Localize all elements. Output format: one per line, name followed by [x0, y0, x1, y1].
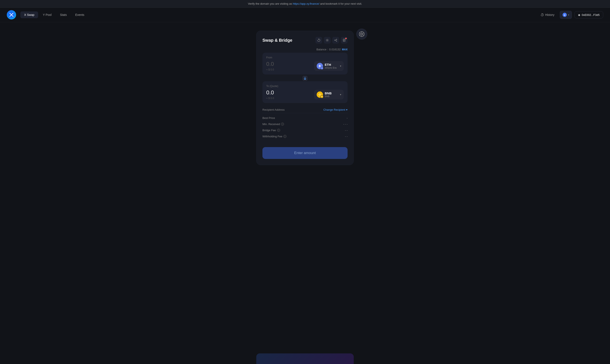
card-header: Swap & Bridge — [262, 37, 348, 44]
svg-marker-15 — [320, 65, 321, 66]
best-price-value: - — [347, 117, 348, 119]
steering-wheel-button[interactable] — [356, 28, 367, 39]
to-token-selector[interactable]: B BNB BNB ▾ — [314, 90, 344, 100]
to-token-box: To (Quote) 0.0 ≈ $ 0.0 — [262, 81, 348, 103]
withholding-fee-row: Withholding Fee ⓘ - - — [262, 133, 348, 140]
to-label: To (Quote) — [266, 85, 344, 88]
chain-chevron: ▾ — [568, 14, 569, 16]
bridge-fee-label: Bridge Fee ⓘ — [262, 129, 280, 132]
refresh-button[interactable] — [315, 37, 322, 44]
swap-direction-button[interactable] — [302, 75, 308, 81]
from-token-selector[interactable]: ⬡ ETH zkSync Era ▾ — [314, 61, 344, 71]
to-token-name: BNB — [325, 91, 338, 95]
chain-icon: ◈ — [563, 13, 567, 17]
svg-point-8 — [335, 40, 335, 41]
eth-icon: ⬡ — [317, 63, 323, 69]
from-token-row: 0.0 ≈ $ 0.0 ⬡ — [266, 61, 344, 71]
notification-dot — [345, 38, 347, 39]
from-label: From — [266, 56, 344, 59]
share-button[interactable] — [332, 37, 339, 44]
to-token-row: 0.0 ≈ $ 0.0 B — [266, 89, 344, 100]
svg-line-9 — [335, 39, 336, 40]
svg-point-7 — [336, 41, 337, 41]
bnb-icon: B — [317, 91, 323, 98]
history-card-button[interactable] — [341, 37, 348, 44]
from-token-info: ETH zkSync Era — [325, 63, 338, 69]
svg-line-10 — [335, 40, 336, 41]
history-label: History — [545, 13, 555, 16]
min-received-value: - - - — [343, 123, 348, 126]
from-amount-section: 0.0 ≈ $ 0.0 — [266, 61, 274, 71]
history-button[interactable]: History — [538, 12, 557, 18]
swap-arrow-container — [262, 75, 348, 81]
to-token-info: BNB BNB — [325, 91, 338, 98]
to-token-chevron: ▾ — [340, 93, 341, 96]
bridge-fee-info-icon[interactable]: ⓘ — [277, 129, 280, 132]
nav-ypool[interactable]: Y Pool — [39, 12, 55, 18]
change-recipient-chevron: ▾ — [346, 108, 348, 111]
svg-marker-18 — [319, 66, 320, 67]
svg-line-24 — [360, 33, 361, 34]
withholding-fee-value: - - — [345, 135, 348, 138]
svg-line-25 — [363, 35, 364, 36]
from-token-chevron: ▾ — [340, 65, 341, 67]
settings-button[interactable] — [324, 37, 331, 44]
from-token-name: ETH — [325, 63, 338, 66]
main-content: Swap & Bridge — [0, 22, 610, 364]
nav-stats[interactable]: Stats — [56, 12, 70, 18]
change-recipient-button[interactable]: Change Recipient ▾ — [324, 108, 348, 111]
from-usd: ≈ $ 0.0 — [266, 68, 274, 71]
logo[interactable] — [7, 10, 16, 19]
withholding-fee-label: Withholding Fee ⓘ — [262, 135, 286, 138]
wallet-button[interactable]: ◈ 0xE002...F3d5 — [574, 11, 603, 18]
best-price-label: Best Price — [262, 117, 275, 119]
svg-marker-16 — [319, 65, 320, 66]
svg-line-27 — [363, 33, 364, 34]
recipient-row: Recipient Address Change Recipient ▾ — [262, 106, 348, 113]
min-received-label: Min. Received ⓘ — [262, 123, 284, 126]
bottom-preview-card — [256, 353, 354, 364]
from-token-box: From 0.0 ≈ $ 0.0 — [262, 53, 348, 75]
best-price-row: Best Price - — [262, 115, 348, 121]
bridge-fee-value: - - — [345, 129, 348, 132]
nav-xswap[interactable]: X Swap — [20, 12, 38, 18]
from-amount: 0.0 — [266, 61, 274, 67]
min-received-info-icon[interactable]: ⓘ — [281, 123, 284, 126]
svg-point-4 — [542, 15, 542, 15]
nav-events[interactable]: Events — [71, 12, 88, 18]
svg-line-26 — [360, 35, 361, 36]
min-received-row: Min. Received ⓘ - - - — [262, 121, 348, 127]
chain-selector[interactable]: ◈ ▾ — [560, 11, 572, 19]
svg-point-5 — [327, 40, 328, 41]
to-amount-section: 0.0 ≈ $ 0.0 — [266, 89, 274, 100]
from-token-chain: zkSync Era — [325, 66, 338, 69]
balance-label: Balance : — [316, 48, 328, 51]
banner-link[interactable]: https://app.xy.finance/ — [293, 2, 319, 5]
top-banner: Verify the domain you are visiting as ht… — [0, 0, 610, 8]
info-section: Recipient Address Change Recipient ▾ Bes… — [262, 106, 348, 140]
banner-text-before: Verify the domain you are visiting as — [248, 2, 293, 5]
card-actions — [315, 37, 348, 44]
balance-value: 0.016132 — [329, 48, 340, 51]
card-title: Swap & Bridge — [262, 38, 315, 43]
enter-amount-button[interactable]: Enter amount — [262, 147, 348, 159]
to-token-chain: BNB — [325, 95, 338, 98]
max-button[interactable]: MAX — [342, 48, 348, 51]
recipient-label: Recipient Address — [262, 108, 285, 111]
balance-row: Balance : 0.016132 MAX — [262, 48, 348, 51]
wallet-address: 0xE002...F3d5 — [582, 13, 600, 16]
svg-point-6 — [336, 39, 337, 40]
header: X Swap Y Pool Stats Events History ◈ ▾ ◈… — [0, 8, 610, 22]
nav: X Swap Y Pool Stats Events — [20, 12, 536, 18]
wallet-icon: ◈ — [578, 13, 580, 16]
to-amount: 0.0 — [266, 89, 274, 96]
swap-card: Swap & Bridge — [256, 31, 354, 165]
withholding-fee-info-icon[interactable]: ⓘ — [283, 135, 286, 138]
to-usd: ≈ $ 0.0 — [266, 97, 274, 100]
header-right: History ◈ ▾ ◈ 0xE002...F3d5 — [538, 11, 603, 19]
eth-chain-badge: ⬡ — [320, 67, 324, 70]
bnb-chain-badge: B — [320, 95, 324, 98]
bridge-fee-row: Bridge Fee ⓘ - - — [262, 127, 348, 133]
banner-text-after: and bookmark it for your next visit. — [320, 2, 362, 5]
